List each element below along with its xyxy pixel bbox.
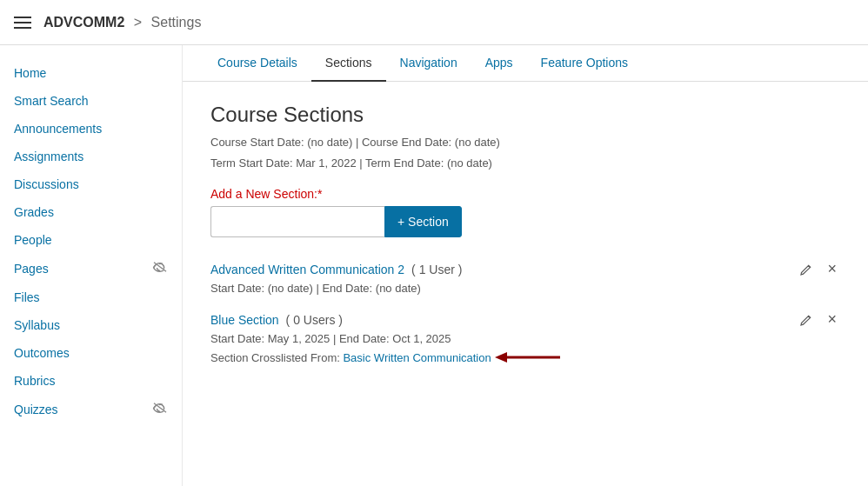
required-asterisk: * bbox=[317, 187, 322, 201]
section-link-blue[interactable]: Blue Section bbox=[210, 313, 279, 327]
hamburger-menu[interactable] bbox=[14, 17, 31, 29]
tab-sections[interactable]: Sections bbox=[311, 45, 386, 82]
sections-content: Course Sections Course Start Date: (no d… bbox=[183, 82, 868, 401]
course-dates: Course Start Date: (no date) | Course En… bbox=[210, 134, 840, 151]
header-title: ADVCOMM2 > Settings bbox=[43, 15, 201, 30]
section-link-awc2[interactable]: Advanced Written Communication 2 bbox=[210, 263, 404, 276]
main-content: Course Details Sections Navigation Apps … bbox=[183, 45, 868, 486]
settings-label: Settings bbox=[151, 15, 202, 30]
sidebar-item-grades[interactable]: Grades bbox=[0, 198, 182, 226]
svg-marker-1 bbox=[495, 352, 507, 363]
app-header: ADVCOMM2 > Settings bbox=[0, 0, 868, 45]
section-users-blue: ( 0 Users ) bbox=[286, 313, 343, 327]
eye-slash-icon bbox=[152, 261, 168, 276]
tab-course-details[interactable]: Course Details bbox=[204, 45, 311, 82]
add-section-button[interactable]: + Section bbox=[384, 206, 462, 237]
sidebar-item-files[interactable]: Files bbox=[0, 283, 182, 311]
edit-section-awc2-button[interactable] bbox=[796, 261, 817, 278]
section-actions-blue: × bbox=[796, 309, 840, 330]
add-section-label: Add a New Section:* bbox=[210, 187, 840, 201]
sidebar-item-announcements[interactable]: Announcements bbox=[0, 115, 182, 143]
course-code: ADVCOMM2 bbox=[43, 15, 124, 30]
section-item-blue: Blue Section ( 0 Users ) × Start Date: M… bbox=[210, 309, 840, 366]
sidebar-item-pages[interactable]: Pages bbox=[0, 254, 182, 283]
sidebar-item-rubrics[interactable]: Rubrics bbox=[0, 367, 182, 395]
red-arrow-icon bbox=[495, 349, 564, 366]
breadcrumb-separator: > bbox=[134, 15, 142, 30]
sidebar-item-home[interactable]: Home bbox=[0, 59, 182, 87]
main-layout: Home Smart Search Announcements Assignme… bbox=[0, 45, 868, 486]
delete-section-blue-button[interactable]: × bbox=[824, 309, 840, 330]
edit-section-blue-button[interactable] bbox=[796, 311, 817, 329]
section-dates-blue: Start Date: May 1, 2025 | End Date: Oct … bbox=[210, 332, 840, 345]
section-crosslisted-blue: Section Crosslisted From: Basic Written … bbox=[210, 349, 840, 366]
tab-navigation[interactable]: Navigation bbox=[386, 45, 471, 82]
sidebar-item-outcomes[interactable]: Outcomes bbox=[0, 339, 182, 367]
sidebar-item-syllabus[interactable]: Syllabus bbox=[0, 311, 182, 339]
sidebar-item-assignments[interactable]: Assignments bbox=[0, 143, 182, 170]
section-item-awc2: Advanced Written Communication 2 ( 1 Use… bbox=[210, 258, 840, 295]
tab-apps[interactable]: Apps bbox=[471, 45, 527, 82]
delete-section-awc2-button[interactable]: × bbox=[824, 258, 840, 280]
section-actions-awc2: × bbox=[796, 258, 840, 280]
add-section-row: + Section bbox=[210, 206, 840, 237]
sidebar-item-quizzes[interactable]: Quizzes bbox=[0, 395, 182, 424]
eye-slash-icon-quizzes bbox=[152, 402, 168, 417]
sidebar-item-people[interactable]: People bbox=[0, 226, 182, 254]
crosslisted-link-blue[interactable]: Basic Written Communication bbox=[343, 351, 491, 364]
term-dates: Term Start Date: Mar 1, 2022 | Term End … bbox=[210, 155, 840, 172]
page-title: Course Sections bbox=[210, 103, 840, 127]
sidebar-item-discussions[interactable]: Discussions bbox=[0, 170, 182, 198]
sidebar-item-smart-search[interactable]: Smart Search bbox=[0, 87, 182, 115]
settings-tabs: Course Details Sections Navigation Apps … bbox=[183, 45, 868, 82]
sidebar: Home Smart Search Announcements Assignme… bbox=[0, 45, 183, 486]
new-section-input[interactable] bbox=[210, 206, 384, 237]
tab-feature-options[interactable]: Feature Options bbox=[527, 45, 642, 82]
section-users-awc2: ( 1 User ) bbox=[411, 263, 462, 276]
section-dates-awc2: Start Date: (no date) | End Date: (no da… bbox=[210, 282, 840, 295]
